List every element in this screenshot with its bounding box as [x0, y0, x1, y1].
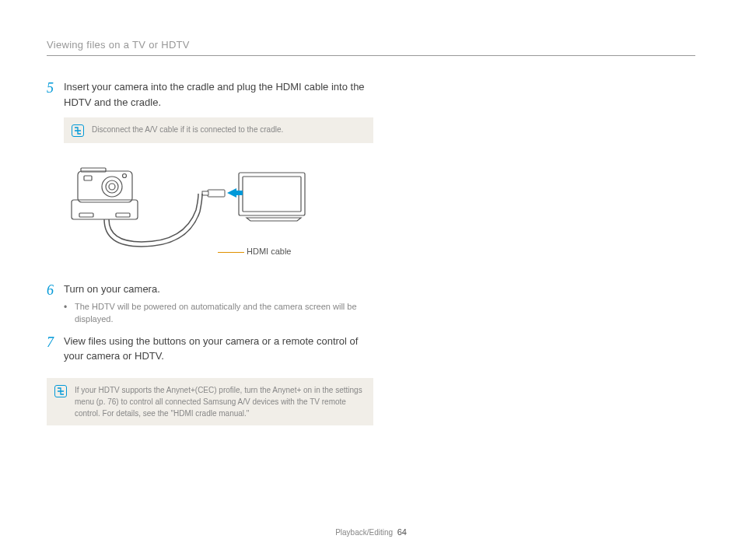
step-5-note: Disconnect the A/V cable if it is connec… — [64, 117, 373, 143]
page-header: Viewing files on a TV or HDTV — [47, 39, 695, 56]
step-6-text: Turn on your camera. — [64, 282, 373, 297]
footer-page-number: 64 — [397, 527, 407, 537]
connection-diagram: HDMI cable — [64, 157, 373, 266]
anynet-note: If your HDTV supports the Anynet+(CEC) p… — [47, 378, 373, 425]
svg-point-5 — [106, 180, 118, 193]
step-5-text: Insert your camera into the cradle and p… — [64, 79, 373, 110]
step-5: 5 Insert your camera into the cradle and… — [47, 79, 373, 110]
svg-rect-12 — [208, 190, 225, 197]
anynet-note-text: If your HDTV supports the Anynet+(CEC) p… — [75, 384, 366, 419]
svg-point-9 — [123, 174, 127, 178]
step-7-number: 7 — [47, 334, 64, 352]
svg-rect-0 — [72, 200, 138, 219]
page-footer: Playback/Editing 64 — [0, 527, 742, 537]
svg-point-4 — [102, 177, 122, 197]
svg-point-6 — [109, 184, 115, 190]
step-6: 6 Turn on your camera. • The HDTV will b… — [47, 282, 373, 326]
svg-rect-1 — [79, 213, 93, 217]
note-icon — [54, 385, 67, 397]
svg-rect-13 — [202, 191, 208, 195]
hdmi-cable-label: HDMI cable — [247, 247, 291, 256]
content-column: 5 Insert your camera into the cradle and… — [47, 79, 373, 425]
svg-rect-8 — [84, 176, 92, 180]
callout-line — [218, 252, 244, 253]
svg-rect-10 — [239, 173, 305, 215]
step-7-text: View files using the buttons on your cam… — [64, 334, 373, 364]
bullet-dot: • — [64, 300, 75, 314]
step-6-number: 6 — [47, 282, 64, 299]
step-5-note-text: Disconnect the A/V cable if it is connec… — [92, 124, 283, 135]
step-6-bullet: • The HDTV will be powered on automatica… — [64, 300, 373, 326]
note-icon — [72, 124, 84, 137]
step-5-number: 5 — [47, 79, 64, 97]
svg-rect-11 — [243, 177, 301, 212]
step-6-bullet-text: The HDTV will be powered on automaticall… — [75, 300, 373, 326]
svg-rect-2 — [116, 213, 130, 217]
footer-section: Playback/Editing — [335, 528, 393, 537]
step-7: 7 View files using the buttons on your c… — [47, 334, 373, 364]
